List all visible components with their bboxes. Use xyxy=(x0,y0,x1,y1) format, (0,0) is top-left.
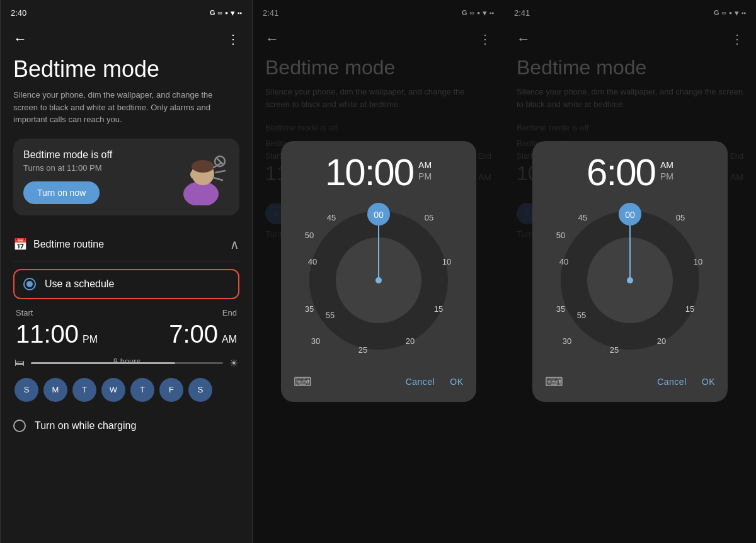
schedule-label-1: Use a schedule xyxy=(45,278,114,290)
svg-text:30: 30 xyxy=(563,336,571,346)
phone-panel-1: 2:40 G ∞ ▪ ▾ ▪▪ ← ⋮ Bedtime mode Silence… xyxy=(0,0,252,543)
dialog-bottom-3: ⌨ Cancel OK xyxy=(545,369,715,389)
schedule-option-1[interactable]: Use a schedule xyxy=(13,269,239,299)
radio-inner-1 xyxy=(26,281,33,287)
clock-face-2[interactable]: 00 05 10 15 20 25 30 35 40 45 50 55 xyxy=(300,202,457,359)
am-option-2[interactable]: AM xyxy=(418,160,432,170)
status-card-1: Bedtime mode is off Turns on at 11:00 PM… xyxy=(13,139,239,215)
svg-point-12 xyxy=(375,277,382,283)
day-w-1[interactable]: W xyxy=(101,378,125,402)
dialog-hour-3[interactable]: 6:00 xyxy=(587,154,655,191)
sim-icon-1: ∞ xyxy=(217,9,222,16)
dialog-hour-2[interactable]: 10:00 xyxy=(325,154,413,191)
cancel-button-3[interactable]: Cancel xyxy=(657,377,687,387)
section-header-1: 📅 Bedtime routine ∧ xyxy=(13,228,239,258)
top-bar-1: ← ⋮ xyxy=(1,23,252,55)
ampm-col-2: AM PM xyxy=(418,160,432,181)
section-header-left-1: 📅 Bedtime routine xyxy=(13,237,104,251)
section-title-1: Bedtime routine xyxy=(33,239,104,250)
day-t2-1[interactable]: T xyxy=(130,378,154,402)
ampm-col-3: AM PM xyxy=(660,160,673,181)
dialog-overlay-3: 6:00 AM PM xyxy=(504,0,756,543)
ok-button-3[interactable]: OK xyxy=(702,377,715,387)
end-label-1: End xyxy=(127,308,238,317)
duration-row-1: 🛏 8 hours ☀ xyxy=(13,357,239,369)
pm-option-3[interactable]: PM xyxy=(660,171,673,181)
wifi-icon-1: ▾ xyxy=(231,8,235,18)
status-bar-1: 2:40 G ∞ ▪ ▾ ▪▪ xyxy=(1,0,252,23)
clock-svg-3: 00 05 10 15 20 25 30 35 40 45 50 55 xyxy=(551,202,709,359)
svg-text:45: 45 xyxy=(578,213,587,222)
status-sub-1: Turns on at 11:00 PM xyxy=(23,163,173,173)
clock-svg-2: 00 05 10 15 20 25 30 35 40 45 50 55 xyxy=(300,202,457,359)
day-f-1[interactable]: F xyxy=(159,378,183,402)
google-icon-1: G xyxy=(210,9,215,16)
expand-icon-1[interactable]: ∧ xyxy=(230,237,239,252)
avatar-1 xyxy=(173,149,229,205)
calendar-icon-1: 📅 xyxy=(13,237,27,251)
radio-1 xyxy=(23,278,36,290)
avatar-svg-1 xyxy=(173,149,229,205)
clock-face-3[interactable]: 00 05 10 15 20 25 30 35 40 45 50 55 xyxy=(551,202,709,359)
sun-icon-1: ☀ xyxy=(229,357,238,369)
end-time-num-1: 7:00 xyxy=(169,320,218,348)
svg-point-29 xyxy=(627,277,633,283)
keyboard-icon-3[interactable]: ⌨ xyxy=(545,374,563,389)
content-1: Bedtime mode Silence your phone, dim the… xyxy=(1,55,252,543)
start-time-num-1: 11:00 xyxy=(16,320,79,348)
page-title-1: Bedtime mode xyxy=(13,55,239,83)
dialog-overlay-2: 10:00 AM PM xyxy=(253,0,504,543)
charging-label-1: Turn on while charging xyxy=(35,420,136,432)
svg-text:00: 00 xyxy=(625,210,635,220)
svg-text:50: 50 xyxy=(556,231,565,240)
day-s2-1[interactable]: S xyxy=(188,378,212,402)
turn-on-button-1[interactable]: Turn on now xyxy=(23,181,100,204)
status-time-1: 2:40 xyxy=(11,8,26,18)
start-ampm-1: PM xyxy=(83,334,98,345)
svg-text:35: 35 xyxy=(556,304,565,314)
am-option-3[interactable]: AM xyxy=(660,160,673,170)
back-button-1[interactable]: ← xyxy=(11,28,30,50)
svg-text:15: 15 xyxy=(433,304,442,314)
menu-button-1[interactable]: ⋮ xyxy=(224,29,242,49)
dialog-bottom-2: ⌨ Cancel OK xyxy=(294,369,464,389)
clock-dialog-3: 6:00 AM PM xyxy=(532,141,728,402)
svg-text:55: 55 xyxy=(577,311,586,320)
pm-option-2[interactable]: PM xyxy=(418,171,432,181)
svg-point-2 xyxy=(192,160,214,173)
status-title-1: Bedtime mode is off xyxy=(23,149,173,161)
battery-icon-1: ▪ xyxy=(225,8,228,18)
time-text-1: 2:40 xyxy=(11,8,26,18)
svg-text:50: 50 xyxy=(304,231,313,240)
phone-panel-3: 2:41 G ∞ ▪ ▾ ▪▪ ← ⋮ Bedtime mode Silence… xyxy=(504,0,756,543)
time-display-2: 10:00 AM PM xyxy=(294,154,464,191)
time-values-1: 11:00 PM 7:00 AM xyxy=(13,320,239,348)
svg-text:10: 10 xyxy=(442,257,450,266)
svg-point-3 xyxy=(190,171,195,178)
svg-line-6 xyxy=(214,178,222,180)
ok-button-2[interactable]: OK xyxy=(450,377,463,387)
svg-text:35: 35 xyxy=(304,304,313,314)
status-icons-1: G ∞ ▪ ▾ ▪▪ xyxy=(210,8,242,18)
day-m-1[interactable]: M xyxy=(43,378,67,402)
dialog-actions-2: Cancel OK xyxy=(406,377,464,387)
end-ampm-1: AM xyxy=(222,334,237,345)
day-s1-1[interactable]: S xyxy=(14,378,38,402)
charging-row-1[interactable]: Turn on while charging xyxy=(13,414,239,437)
svg-text:05: 05 xyxy=(424,213,433,222)
svg-text:30: 30 xyxy=(311,336,319,346)
end-time-1[interactable]: 7:00 AM xyxy=(169,320,237,348)
svg-text:25: 25 xyxy=(610,345,619,355)
svg-text:25: 25 xyxy=(358,345,367,355)
svg-text:40: 40 xyxy=(307,257,316,266)
keyboard-icon-2[interactable]: ⌨ xyxy=(294,374,312,389)
start-label-1: Start xyxy=(16,308,127,317)
svg-text:15: 15 xyxy=(685,304,694,314)
start-time-1[interactable]: 11:00 PM xyxy=(16,320,98,348)
page-subtitle-1: Silence your phone, dim the wallpaper, a… xyxy=(13,89,239,126)
clock-dialog-2: 10:00 AM PM xyxy=(281,141,476,402)
charging-radio-1 xyxy=(13,420,26,432)
day-t1-1[interactable]: T xyxy=(72,378,96,402)
svg-text:40: 40 xyxy=(559,257,568,266)
cancel-button-2[interactable]: Cancel xyxy=(406,377,435,387)
